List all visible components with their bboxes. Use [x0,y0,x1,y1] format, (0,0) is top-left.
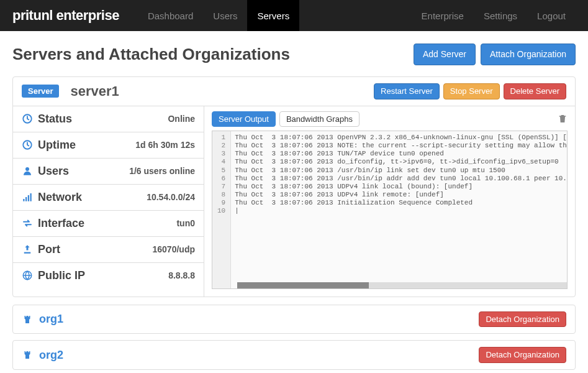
org-name: org2 [39,349,63,362]
server-name: server1 [70,83,119,99]
delete-server-button[interactable]: Delete Server [504,83,566,99]
stat-status-text: Status [38,113,72,126]
svg-rect-6 [30,193,32,201]
stat-status-value: Online [168,114,195,124]
exchange-icon [22,218,33,229]
horizontal-scrollbar[interactable] [237,282,567,288]
stat-uptime-value: 1d 6h 30m 12s [135,140,195,150]
output-column: Server Output Bandwidth Graphs 123456789… [204,106,575,297]
nav-servers[interactable]: Servers [247,0,299,31]
svg-point-2 [25,167,29,171]
clear-log-icon[interactable] [558,114,568,124]
org-panel: org1Detach Organization [12,305,576,334]
stat-public-ip-text: Public IP [38,269,85,282]
stat-users: Users 1/6 users online [13,159,204,185]
stat-network-text: Network [38,191,82,204]
clock-icon [22,139,33,150]
tower-icon [22,314,33,325]
svg-rect-4 [25,197,27,201]
org-row: org2Detach Organization [13,341,575,369]
org-name: org1 [39,313,63,326]
tab-bandwidth-graphs[interactable]: Bandwidth Graphs [279,111,360,127]
org-panel: org2Detach Organization [12,340,576,370]
svg-rect-3 [23,199,24,201]
stat-uptime-label: Uptime [22,139,76,152]
upload-icon [22,244,33,255]
output-tabs: Server Output Bandwidth Graphs [212,111,568,127]
nav-settings[interactable]: Settings [474,11,527,21]
nav-right: Enterprise Settings Logout [412,0,576,31]
stat-status-label: Status [22,113,72,126]
attach-organization-button[interactable]: Attach Organization [481,44,576,65]
stat-interface: Interface tun0 [13,211,204,237]
nav-left: Dashboard Users Servers [138,0,299,31]
detach-organization-button[interactable]: Detach Organization [479,311,566,328]
stat-port-text: Port [38,243,60,256]
signal-icon [22,191,33,203]
nav-enterprise[interactable]: Enterprise [412,11,474,21]
stat-users-value: 1/6 users online [129,166,195,176]
svg-rect-5 [28,195,29,201]
user-icon [22,165,33,177]
stat-status: Status Online [13,106,204,132]
org-row: org1Detach Organization [13,305,575,334]
stat-public-ip-value: 8.8.8.8 [168,270,195,280]
clock-icon [22,113,33,124]
stat-port: Port 16070/udp [13,237,204,263]
server-badge: Server [22,85,59,98]
stat-uptime: Uptime 1d 6h 30m 12s [13,132,204,159]
navbar: pritunl enterprise Dashboard Users Serve… [0,0,588,31]
nav-logout[interactable]: Logout [527,11,576,21]
stat-users-label: Users [22,165,69,178]
brand: pritunl enterprise [12,7,119,24]
stat-port-value: 16070/udp [153,244,195,254]
globe-icon [22,270,33,281]
organizations-list: org1Detach Organizationorg2Detach Organi… [12,305,576,370]
page-title: Servers and Attached Organizations [12,45,290,64]
add-server-button[interactable]: Add Server [414,44,476,65]
stat-network-label: Network [22,191,82,204]
log-output[interactable]: 12345678910 Thu Oct 3 18:07:06 2013 Open… [212,131,568,289]
page-header: Servers and Attached Organizations Add S… [12,44,576,65]
tab-server-output[interactable]: Server Output [212,111,276,127]
stop-server-button[interactable]: Stop Server [443,83,500,99]
header-actions: Add Server Attach Organization [414,44,576,65]
nav-users[interactable]: Users [203,0,247,31]
stat-public-ip-label: Public IP [22,269,85,282]
stat-interface-value: tun0 [176,218,195,228]
stat-users-text: Users [38,165,69,178]
page: Servers and Attached Organizations Add S… [0,31,588,373]
stat-network-value: 10.54.0.0/24 [147,192,195,202]
stat-network: Network 10.54.0.0/24 [13,185,204,211]
server-panel: Server server1 Restart Server Stop Serve… [12,76,576,297]
nav-dashboard[interactable]: Dashboard [138,0,203,31]
stat-port-label: Port [22,243,60,256]
detach-organization-button[interactable]: Detach Organization [479,347,566,363]
restart-server-button[interactable]: Restart Server [374,83,440,99]
server-actions: Restart Server Stop Server Delete Server [374,83,566,99]
stat-public-ip: Public IP 8.8.8.8 [13,263,204,288]
stat-interface-label: Interface [22,217,84,230]
stats-column: Status Online Uptime 1d 6h 30m 12s Users [13,106,204,297]
server-body: Status Online Uptime 1d 6h 30m 12s Users [13,106,575,297]
tower-icon [22,349,33,361]
log-gutter: 12345678910 [212,131,231,288]
stat-interface-text: Interface [38,217,84,230]
stat-uptime-text: Uptime [38,139,76,152]
server-header-row: Server server1 Restart Server Stop Serve… [13,77,575,106]
log-lines: Thu Oct 3 18:07:06 2013 OpenVPN 2.3.2 x8… [231,131,568,288]
